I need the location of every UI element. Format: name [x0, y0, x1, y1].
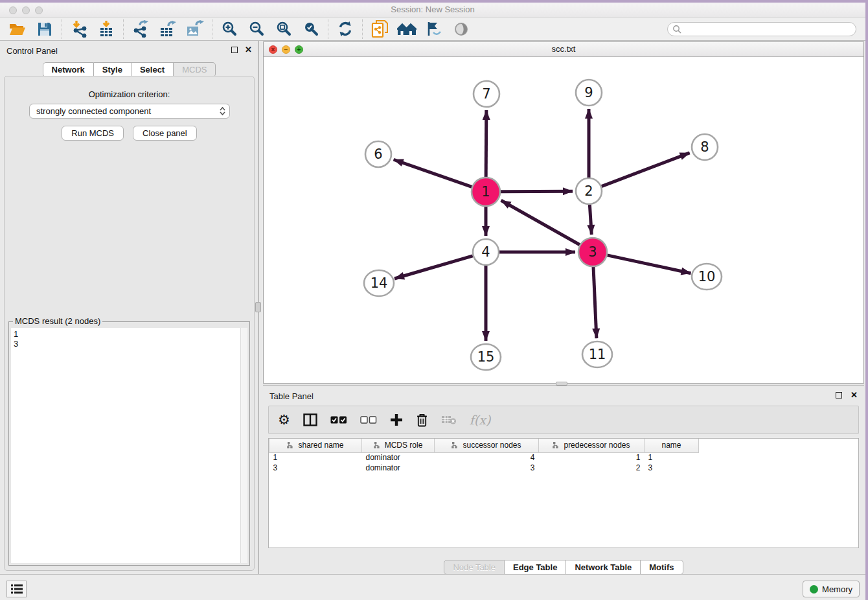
edge-2-8[interactable] — [602, 153, 690, 187]
clone-network-icon[interactable] — [366, 19, 393, 40]
table-cell[interactable]: 2 — [539, 463, 645, 473]
network-canvas[interactable]: 7968124314101511 — [264, 57, 863, 383]
graph-node-6[interactable]: 6 — [365, 141, 391, 167]
export-image-icon[interactable] — [181, 19, 209, 40]
run-mcds-button[interactable]: Run MCDS — [62, 126, 124, 141]
column-header-predecessor-nodes[interactable]: predecessor nodes — [539, 439, 645, 452]
control-tab-style[interactable]: Style — [94, 62, 131, 77]
zoom-out-icon[interactable] — [243, 19, 270, 40]
edge-1-7[interactable] — [486, 110, 486, 177]
table-cell[interactable]: 1 — [269, 452, 362, 463]
export-network-icon[interactable] — [127, 19, 154, 40]
toolbar-separator — [62, 19, 62, 39]
table-cell[interactable]: 3 — [435, 463, 539, 473]
table-tab-network-table[interactable]: Network Table — [566, 560, 641, 575]
table-row[interactable]: 3dominator323 — [269, 463, 699, 473]
minimize-window-button[interactable] — [22, 6, 30, 14]
table-settings-icon[interactable]: ⚙ — [278, 410, 290, 430]
graph-node-14[interactable]: 14 — [364, 270, 394, 296]
birds-eye-view-icon[interactable] — [448, 19, 475, 40]
table-cell[interactable]: 3 — [269, 463, 362, 473]
save-session-icon[interactable] — [31, 19, 58, 40]
table-tab-edge-table[interactable]: Edge Table — [505, 560, 566, 575]
graph-node-4[interactable]: 4 — [473, 239, 499, 265]
svg-text:15: 15 — [477, 349, 495, 365]
delete-column-icon[interactable] — [416, 410, 428, 430]
mcds-pane: Optimization criterion: strongly connect… — [4, 76, 255, 571]
graphics-details-icon[interactable] — [420, 19, 448, 40]
add-column-icon[interactable] — [390, 410, 403, 430]
network-close-button[interactable]: × — [269, 45, 277, 54]
vertical-splitter-grip[interactable] — [255, 302, 261, 312]
graph-node-15[interactable]: 15 — [471, 344, 501, 370]
edge-2-3[interactable] — [589, 205, 591, 235]
mcds-result-title: MCDS result (2 nodes) — [13, 316, 102, 326]
toolbar-separator — [212, 19, 212, 39]
table-cell[interactable]: 3 — [645, 463, 699, 473]
import-table-icon[interactable] — [93, 19, 120, 40]
control-tab-mcds[interactable]: MCDS — [174, 62, 216, 77]
edge-1-2[interactable] — [501, 191, 573, 192]
mcds-result-group: MCDS result (2 nodes) 1 3 — [8, 321, 250, 566]
table-cell[interactable]: 1 — [539, 452, 645, 463]
import-network-icon[interactable] — [65, 19, 93, 40]
float-table-panel-icon[interactable] — [836, 392, 842, 398]
network-graph[interactable]: 7968124314101511 — [264, 57, 863, 383]
graph-node-9[interactable]: 9 — [576, 80, 602, 106]
edge-3-1[interactable] — [501, 200, 580, 244]
memory-button[interactable]: Memory — [803, 581, 860, 597]
edge-4-14[interactable] — [394, 256, 473, 279]
result-scrollbar[interactable] — [240, 328, 247, 563]
close-table-panel-icon[interactable]: ✕ — [851, 390, 858, 400]
show-all-columns-icon[interactable] — [330, 410, 347, 430]
column-header-MCDS-role[interactable]: MCDS role — [362, 439, 435, 452]
graph-node-11[interactable]: 11 — [582, 341, 612, 367]
task-history-button[interactable] — [6, 581, 27, 597]
graph-node-3[interactable]: 3 — [578, 238, 607, 266]
close-window-button[interactable] — [9, 6, 17, 14]
column-header-shared-name[interactable]: shared name — [269, 439, 362, 452]
edge-1-6[interactable] — [394, 159, 472, 187]
status-bar: Memory — [0, 574, 865, 600]
split-columns-icon[interactable] — [303, 410, 317, 430]
graph-node-8[interactable]: 8 — [692, 134, 718, 160]
home-icon[interactable] — [393, 19, 420, 40]
hide-all-columns-icon[interactable] — [360, 410, 377, 430]
network-maximize-button[interactable]: + — [295, 45, 303, 54]
edge-3-10[interactable] — [607, 255, 691, 273]
float-panel-icon[interactable] — [231, 47, 238, 53]
window-titlebar: Session: New Session — [0, 3, 865, 17]
table-tab-node-table[interactable]: Node Table — [444, 560, 505, 575]
zoom-window-button[interactable] — [35, 6, 43, 14]
close-panel-button[interactable]: Close panel — [133, 126, 197, 141]
table-cell[interactable]: dominator — [362, 463, 435, 473]
search-input[interactable] — [681, 23, 856, 35]
column-header-successor-nodes[interactable]: successor nodes — [435, 439, 539, 452]
memory-status-icon — [810, 585, 818, 594]
column-header-name[interactable]: name — [645, 439, 699, 452]
table-panel-tabs: Node TableEdge TableNetwork TableMotifs — [263, 560, 864, 575]
table-cell[interactable]: dominator — [362, 452, 435, 463]
table-tab-motifs[interactable]: Motifs — [641, 560, 683, 575]
graph-node-7[interactable]: 7 — [474, 81, 499, 107]
open-file-icon[interactable] — [4, 19, 31, 40]
criterion-select[interactable]: strongly connected component — [29, 104, 230, 119]
table-cell[interactable]: 4 — [435, 452, 539, 463]
zoom-in-icon[interactable] — [216, 19, 243, 40]
graph-node-1[interactable]: 1 — [472, 178, 500, 206]
edge-3-11[interactable] — [593, 267, 597, 338]
mcds-result-text[interactable]: 1 3 — [11, 328, 240, 563]
node-table-grid[interactable]: shared nameMCDS rolesuccessor nodesprede… — [269, 439, 699, 473]
graph-node-10[interactable]: 10 — [692, 264, 722, 290]
graph-node-2[interactable]: 2 — [576, 178, 602, 204]
control-tab-network[interactable]: Network — [43, 62, 94, 77]
table-cell[interactable]: 1 — [645, 452, 699, 463]
export-table-icon[interactable] — [154, 19, 181, 40]
control-tab-select[interactable]: Select — [131, 62, 174, 77]
close-panel-icon[interactable]: ✕ — [245, 45, 252, 54]
network-minimize-button[interactable]: − — [282, 45, 290, 54]
table-row[interactable]: 1dominator411 — [269, 452, 699, 463]
zoom-fit-icon[interactable] — [270, 19, 297, 40]
apply-layout-icon[interactable] — [332, 19, 359, 40]
zoom-selected-icon[interactable] — [297, 19, 325, 40]
